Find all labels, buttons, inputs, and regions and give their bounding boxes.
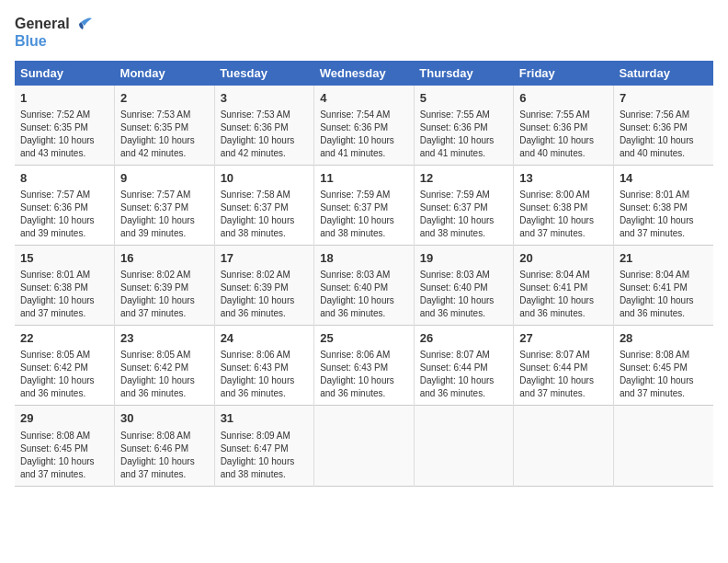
logo-line1: General xyxy=(15,16,70,32)
day-info: Sunrise: 8:03 AMSunset: 6:40 PMDaylight:… xyxy=(420,270,495,318)
day-cell xyxy=(613,406,713,486)
day-cell: 1Sunrise: 7:52 AMSunset: 6:35 PMDaylight… xyxy=(15,86,115,166)
page-header: General Blue xyxy=(15,15,713,50)
day-number: 16 xyxy=(120,250,209,267)
day-cell: 5Sunrise: 7:55 AMSunset: 6:36 PMDaylight… xyxy=(414,86,514,166)
day-number: 23 xyxy=(120,330,209,347)
col-header-sunday: Sunday xyxy=(15,61,115,86)
day-info: Sunrise: 8:01 AMSunset: 6:38 PMDaylight:… xyxy=(20,270,95,318)
day-number: 4 xyxy=(320,90,408,107)
header-row: SundayMondayTuesdayWednesdayThursdayFrid… xyxy=(15,61,713,86)
day-info: Sunrise: 7:53 AMSunset: 6:35 PMDaylight:… xyxy=(120,109,195,158)
col-header-thursday: Thursday xyxy=(414,61,514,86)
day-info: Sunrise: 7:55 AMSunset: 6:36 PMDaylight:… xyxy=(420,109,495,158)
day-cell: 30Sunrise: 8:08 AMSunset: 6:46 PMDayligh… xyxy=(115,406,215,486)
calendar-table: SundayMondayTuesdayWednesdayThursdayFrid… xyxy=(15,61,713,487)
day-number: 22 xyxy=(20,330,108,347)
day-info: Sunrise: 7:57 AMSunset: 6:36 PMDaylight:… xyxy=(20,190,95,238)
day-info: Sunrise: 8:07 AMSunset: 6:44 PMDaylight:… xyxy=(519,350,594,398)
day-cell: 14Sunrise: 8:01 AMSunset: 6:38 PMDayligh… xyxy=(613,165,713,245)
day-cell: 27Sunrise: 8:07 AMSunset: 6:44 PMDayligh… xyxy=(514,326,614,406)
day-info: Sunrise: 8:08 AMSunset: 6:45 PMDaylight:… xyxy=(20,431,95,479)
day-cell: 31Sunrise: 8:09 AMSunset: 6:47 PMDayligh… xyxy=(214,406,314,486)
day-number: 11 xyxy=(320,170,408,187)
day-info: Sunrise: 8:09 AMSunset: 6:47 PMDaylight:… xyxy=(221,431,295,479)
day-cell: 13Sunrise: 8:00 AMSunset: 6:38 PMDayligh… xyxy=(514,165,614,245)
day-cell: 25Sunrise: 8:06 AMSunset: 6:43 PMDayligh… xyxy=(314,326,415,406)
day-info: Sunrise: 8:08 AMSunset: 6:46 PMDaylight:… xyxy=(120,431,195,479)
day-number: 20 xyxy=(519,250,608,267)
day-info: Sunrise: 8:00 AMSunset: 6:38 PMDaylight:… xyxy=(519,190,594,238)
week-row-1: 1Sunrise: 7:52 AMSunset: 6:35 PMDaylight… xyxy=(15,86,713,166)
day-info: Sunrise: 7:55 AMSunset: 6:36 PMDaylight:… xyxy=(519,109,594,158)
day-number: 5 xyxy=(420,90,508,107)
day-cell: 21Sunrise: 8:04 AMSunset: 6:41 PMDayligh… xyxy=(613,245,713,325)
day-number: 2 xyxy=(120,90,209,107)
day-info: Sunrise: 8:08 AMSunset: 6:45 PMDaylight:… xyxy=(620,350,694,398)
day-number: 17 xyxy=(221,250,309,267)
day-cell: 2Sunrise: 7:53 AMSunset: 6:35 PMDaylight… xyxy=(115,86,215,166)
day-info: Sunrise: 8:02 AMSunset: 6:39 PMDaylight:… xyxy=(221,270,295,318)
day-cell: 7Sunrise: 7:56 AMSunset: 6:36 PMDaylight… xyxy=(613,86,713,166)
day-info: Sunrise: 8:03 AMSunset: 6:40 PMDaylight:… xyxy=(320,270,394,318)
col-header-friday: Friday xyxy=(514,61,614,86)
day-cell: 16Sunrise: 8:02 AMSunset: 6:39 PMDayligh… xyxy=(115,245,215,325)
day-info: Sunrise: 7:57 AMSunset: 6:37 PMDaylight:… xyxy=(120,190,195,238)
day-cell: 17Sunrise: 8:02 AMSunset: 6:39 PMDayligh… xyxy=(214,245,314,325)
day-cell: 26Sunrise: 8:07 AMSunset: 6:44 PMDayligh… xyxy=(414,326,514,406)
day-cell: 4Sunrise: 7:54 AMSunset: 6:36 PMDaylight… xyxy=(314,86,415,166)
day-number: 7 xyxy=(620,90,708,107)
day-cell: 18Sunrise: 8:03 AMSunset: 6:40 PMDayligh… xyxy=(314,245,415,325)
day-number: 12 xyxy=(420,170,508,187)
logo-line2: Blue xyxy=(15,33,47,50)
day-info: Sunrise: 8:04 AMSunset: 6:41 PMDaylight:… xyxy=(620,270,694,318)
day-number: 25 xyxy=(320,330,408,347)
day-cell xyxy=(314,406,415,486)
day-info: Sunrise: 8:06 AMSunset: 6:43 PMDaylight:… xyxy=(320,350,394,398)
logo-bird-icon xyxy=(72,15,92,33)
day-cell: 29Sunrise: 8:08 AMSunset: 6:45 PMDayligh… xyxy=(15,406,115,486)
day-info: Sunrise: 7:59 AMSunset: 6:37 PMDaylight:… xyxy=(420,190,495,238)
day-number: 15 xyxy=(20,250,108,267)
day-number: 31 xyxy=(221,410,309,427)
col-header-saturday: Saturday xyxy=(613,61,713,86)
week-row-2: 8Sunrise: 7:57 AMSunset: 6:36 PMDaylight… xyxy=(15,165,713,245)
day-info: Sunrise: 7:52 AMSunset: 6:35 PMDaylight:… xyxy=(20,109,95,158)
day-cell: 20Sunrise: 8:04 AMSunset: 6:41 PMDayligh… xyxy=(514,245,614,325)
day-info: Sunrise: 7:56 AMSunset: 6:36 PMDaylight:… xyxy=(620,109,694,158)
day-number: 10 xyxy=(221,170,309,187)
day-number: 14 xyxy=(620,170,708,187)
day-number: 27 xyxy=(519,330,608,347)
day-number: 1 xyxy=(20,90,108,107)
day-cell: 23Sunrise: 8:05 AMSunset: 6:42 PMDayligh… xyxy=(115,326,215,406)
day-info: Sunrise: 8:06 AMSunset: 6:43 PMDaylight:… xyxy=(221,350,295,398)
week-row-3: 15Sunrise: 8:01 AMSunset: 6:38 PMDayligh… xyxy=(15,245,713,325)
day-number: 19 xyxy=(420,250,508,267)
day-cell: 19Sunrise: 8:03 AMSunset: 6:40 PMDayligh… xyxy=(414,245,514,325)
day-info: Sunrise: 8:07 AMSunset: 6:44 PMDaylight:… xyxy=(420,350,495,398)
day-info: Sunrise: 7:58 AMSunset: 6:37 PMDaylight:… xyxy=(221,190,295,238)
day-number: 28 xyxy=(620,330,708,347)
day-number: 30 xyxy=(120,410,209,427)
week-row-4: 22Sunrise: 8:05 AMSunset: 6:42 PMDayligh… xyxy=(15,326,713,406)
day-cell: 11Sunrise: 7:59 AMSunset: 6:37 PMDayligh… xyxy=(314,165,415,245)
day-cell: 3Sunrise: 7:53 AMSunset: 6:36 PMDaylight… xyxy=(214,86,314,166)
day-cell: 15Sunrise: 8:01 AMSunset: 6:38 PMDayligh… xyxy=(15,245,115,325)
day-number: 8 xyxy=(20,170,108,187)
day-info: Sunrise: 7:59 AMSunset: 6:37 PMDaylight:… xyxy=(320,190,394,238)
logo-container: General Blue xyxy=(15,15,92,50)
day-info: Sunrise: 7:54 AMSunset: 6:36 PMDaylight:… xyxy=(320,109,394,158)
day-info: Sunrise: 8:01 AMSunset: 6:38 PMDaylight:… xyxy=(620,190,694,238)
day-info: Sunrise: 8:02 AMSunset: 6:39 PMDaylight:… xyxy=(120,270,195,318)
day-info: Sunrise: 7:53 AMSunset: 6:36 PMDaylight:… xyxy=(221,109,295,158)
col-header-wednesday: Wednesday xyxy=(314,61,415,86)
day-number: 13 xyxy=(519,170,608,187)
day-info: Sunrise: 8:05 AMSunset: 6:42 PMDaylight:… xyxy=(20,350,95,398)
day-number: 21 xyxy=(620,250,708,267)
logo: General Blue xyxy=(15,15,92,50)
day-cell: 12Sunrise: 7:59 AMSunset: 6:37 PMDayligh… xyxy=(414,165,514,245)
day-number: 6 xyxy=(519,90,608,107)
day-number: 9 xyxy=(120,170,209,187)
day-cell: 24Sunrise: 8:06 AMSunset: 6:43 PMDayligh… xyxy=(214,326,314,406)
week-row-5: 29Sunrise: 8:08 AMSunset: 6:45 PMDayligh… xyxy=(15,406,713,486)
